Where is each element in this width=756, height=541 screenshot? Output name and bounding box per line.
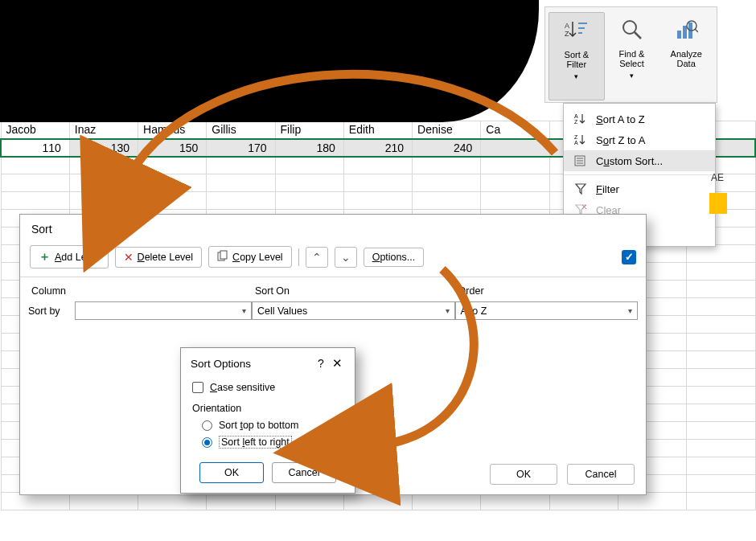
checkbox-icon [192,382,203,393]
cell-header[interactable]: Jacob [1,121,69,139]
options-cancel-button[interactable]: Cancel [272,462,336,483]
orientation-left-right[interactable]: Sort left to right [191,433,345,451]
cell-header[interactable]: Edith [343,121,412,139]
chevron-down-icon: ⌄ [341,251,351,264]
radio-icon-selected [202,437,212,448]
sheet-tab-label: AE [711,172,724,183]
column-header-sorton: Sort On [252,282,455,300]
find-select-label: Find & Select [619,49,645,68]
chevron-up-icon: ⌃ [312,251,322,264]
options-ok-button[interactable]: OK [199,462,264,483]
cell-header[interactable]: Filip [275,121,343,139]
orientation-top-bottom[interactable]: Sort top to bottom [191,417,345,433]
cell-selected[interactable]: 180 [275,139,343,157]
analyze-data-button[interactable]: Analyze Data [659,12,713,100]
sort-dialog-title: Sort [20,215,646,242]
svg-text:Z: Z [574,119,578,125]
sort-az-icon: AZ [573,113,588,125]
cell-selected[interactable]: 210 [343,139,412,157]
cell-header[interactable]: Ca [481,121,549,139]
case-sensitive-checkbox[interactable]: Case sensitive [191,379,345,400]
menu-sort-za[interactable]: ZA Sort Z to A [564,129,715,150]
menu-filter[interactable]: Filter [564,178,715,199]
sort-by-combo[interactable]: ▾ [75,301,252,320]
add-level-button[interactable]: ＋ Add Level [30,245,109,268]
svg-rect-3 [677,31,681,39]
cell-selected[interactable] [481,139,549,157]
analyze-data-label: Analyze Data [671,49,702,68]
svg-rect-13 [220,251,227,259]
cell-selected[interactable]: 130 [69,139,138,157]
cell-selected[interactable]: 110 [1,139,69,157]
sort-ok-button[interactable]: OK [490,464,557,485]
plus-icon: ＋ [39,249,51,264]
sort-za-icon: ZA [573,133,588,146]
headers-checkbox[interactable] [622,250,636,264]
find-select-button[interactable]: Find & Select ▾ [605,12,659,100]
menu-sort-az[interactable]: AZ Sort A to Z [564,109,715,129]
cell-selected[interactable]: 170 [207,139,275,157]
copy-level-button[interactable]: Copy Level [208,246,292,268]
cell-selected[interactable]: 150 [138,139,207,157]
filter-icon [573,182,588,195]
svg-text:Z: Z [565,30,569,38]
analyze-data-icon [674,14,698,46]
svg-rect-4 [683,26,687,39]
sort-options-dialog: Sort Options ? ✕ Case sensitive Orientat… [180,347,355,494]
help-button[interactable]: ? [313,357,329,370]
close-button[interactable]: ✕ [329,356,345,371]
svg-text:A: A [574,140,578,145]
orientation-group-label: Orientation [191,400,345,417]
cell-header[interactable]: Denise [413,121,481,139]
svg-text:A: A [574,113,578,119]
cell-header[interactable]: Gillis [207,121,275,139]
cell-header[interactable]: Inaz [69,121,138,139]
sort-on-combo[interactable]: Cell Values▾ [252,301,455,320]
cell-header[interactable]: Hampus [138,121,207,139]
find-select-icon [620,14,644,46]
cell-selected[interactable]: 240 [413,139,481,157]
move-up-button[interactable]: ⌃ [306,247,328,268]
order-combo[interactable]: A to Z▾ [455,301,638,320]
sort-filter-label: Sort & Filter [565,50,590,69]
column-header-column: Column [28,282,252,300]
sort-by-label: Sort by [28,305,68,317]
column-header-order: Order [455,282,638,300]
custom-sort-icon [573,154,588,167]
delete-level-button[interactable]: ✕ Delete Level [115,247,203,268]
sort-filter-icon: AZ [565,14,589,47]
sort-options-title: Sort Options [191,358,313,370]
menu-custom-sort[interactable]: Custom Sort... [564,150,715,171]
sort-cancel-button[interactable]: Cancel [567,464,635,485]
move-down-button[interactable]: ⌄ [335,247,357,268]
sort-options-button[interactable]: Options... [364,248,425,267]
copy-icon [217,250,228,264]
svg-point-2 [623,21,636,34]
svg-text:A: A [565,22,569,30]
sort-filter-button[interactable]: AZ Sort & Filter ▾ [549,12,605,100]
sheet-tab[interactable] [709,193,727,214]
ribbon-cutaway [0,0,539,122]
x-icon: ✕ [124,251,134,264]
svg-text:Z: Z [574,134,578,140]
radio-icon [202,420,212,431]
ribbon-group: AZ Sort & Filter ▾ Find & Select ▾ Analy… [544,6,717,103]
